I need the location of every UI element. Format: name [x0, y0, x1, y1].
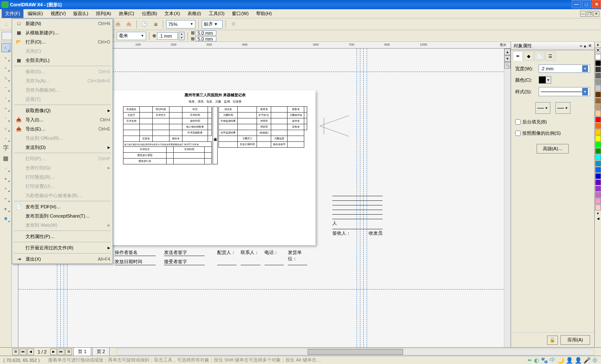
- lock-button[interactable]: 🔒: [547, 336, 558, 345]
- menu-item[interactable]: 打印设置(U)…: [12, 182, 113, 191]
- advanced-button[interactable]: 高级(A)…: [537, 144, 569, 154]
- menu-item[interactable]: 打印预览(R)…: [12, 172, 113, 182]
- export-icon[interactable]: 📤: [124, 20, 134, 29]
- menu-item[interactable]: 打开最近用过的文件(R) ▶: [12, 243, 113, 252]
- horizontal-scrollbar[interactable]: [116, 349, 594, 355]
- tray-gear-icon[interactable]: ⚙: [592, 357, 598, 364]
- first-page-icon[interactable]: ⏮: [20, 349, 26, 355]
- menu-table[interactable]: 表格(I): [184, 9, 204, 18]
- color-swatch[interactable]: [595, 161, 601, 167]
- color-swatch[interactable]: [595, 85, 601, 91]
- menu-effects[interactable]: 效果(C): [116, 9, 138, 18]
- menu-layout[interactable]: 版面(L): [70, 9, 91, 18]
- menu-item[interactable]: 发布到 Web(W) ▶: [12, 220, 113, 230]
- menu-tools[interactable]: 工具(O): [205, 9, 228, 18]
- menu-item[interactable]: 📤 导出(E)… Ctrl+E: [12, 124, 113, 133]
- scroll-down-icon[interactable]: ▼: [504, 55, 511, 62]
- apply-button[interactable]: 应用(A): [560, 335, 590, 345]
- color-swatch[interactable]: [595, 110, 601, 116]
- maximize-button[interactable]: □: [582, 0, 591, 8]
- add-page-after-icon[interactable]: ⊞: [65, 349, 72, 355]
- color-swatch[interactable]: ▼: [539, 76, 551, 84]
- color-swatch[interactable]: [595, 117, 601, 123]
- tray-paw-icon[interactable]: 🐾: [541, 357, 548, 364]
- add-page-icon[interactable]: ⊞: [12, 349, 19, 355]
- menu-text[interactable]: 文本(X): [161, 9, 183, 18]
- nudge-spinner[interactable]: ▲▼: [179, 32, 185, 40]
- rectangle-tool[interactable]: ▭: [1, 103, 10, 113]
- color-swatch[interactable]: [595, 198, 601, 204]
- connector-tool[interactable]: ◈: [1, 174, 10, 183]
- prev-page-icon[interactable]: ◀: [27, 349, 34, 355]
- outline-tab[interactable]: ✒: [513, 51, 523, 61]
- menu-item[interactable]: 还原(T): [12, 95, 113, 104]
- close-button[interactable]: ✕: [592, 0, 601, 8]
- panel-close-icon[interactable]: ✕: [588, 43, 592, 49]
- color-swatch[interactable]: [595, 186, 601, 192]
- menu-arrange[interactable]: 排列(A): [92, 9, 115, 18]
- menu-bitmap[interactable]: 位图(B): [139, 9, 161, 18]
- behind-fill-checkbox[interactable]: [515, 119, 521, 125]
- color-swatch[interactable]: [595, 73, 601, 79]
- zoom-combo[interactable]: 75%▼: [166, 20, 195, 28]
- unit-combo[interactable]: 毫米▼: [117, 32, 146, 40]
- menu-item[interactable]: 关闭(C): [12, 46, 113, 56]
- monitor-icon[interactable]: 🖥: [151, 20, 160, 29]
- ellipse-tool[interactable]: ○: [1, 113, 10, 123]
- menu-window[interactable]: 窗口(W): [229, 9, 252, 18]
- fill-tab[interactable]: ◆: [524, 51, 534, 61]
- color-swatch[interactable]: [595, 148, 601, 154]
- color-swatch[interactable]: [595, 98, 601, 104]
- color-swatch[interactable]: [595, 54, 601, 60]
- menu-item[interactable]: ▦ 全部关闭(L): [12, 56, 113, 65]
- last-page-icon[interactable]: ⏭: [58, 349, 64, 355]
- minimize-button[interactable]: —: [572, 0, 581, 8]
- color-swatch[interactable]: [595, 129, 601, 135]
- table-tool[interactable]: ▦: [1, 154, 10, 163]
- panel-menu-icon[interactable]: »: [580, 43, 582, 49]
- list-tab[interactable]: ☰: [545, 51, 555, 61]
- color-swatch[interactable]: [595, 123, 601, 129]
- next-page-icon[interactable]: ▶: [50, 349, 57, 355]
- menu-item[interactable]: 为彩色输出中心做准备(B)…: [12, 191, 113, 200]
- scale-checkbox[interactable]: [515, 131, 521, 136]
- dimension-tool[interactable]: ⟋: [1, 164, 10, 173]
- smart-tool[interactable]: ✧: [1, 93, 10, 103]
- eyedropper-tool[interactable]: ✎: [1, 184, 10, 193]
- guide-line[interactable]: [18, 289, 504, 290]
- no-color[interactable]: ✕: [595, 47, 601, 53]
- tray-person-icon[interactable]: 👤: [566, 357, 573, 364]
- menu-item[interactable]: 获取图像(Q) ▶: [12, 106, 113, 115]
- mdi-close[interactable]: ✕: [593, 11, 599, 17]
- color-swatch[interactable]: [595, 104, 601, 110]
- options-icon[interactable]: ⚙: [229, 20, 238, 29]
- panel-pin-icon[interactable]: ▴: [584, 43, 586, 49]
- menu-item[interactable]: 发送到(D) ▶: [12, 143, 113, 152]
- zoom-tool[interactable]: 🔍: [1, 73, 10, 82]
- color-swatch[interactable]: [595, 79, 601, 85]
- tray-pen-icon[interactable]: ✒: [527, 357, 532, 364]
- menu-item[interactable]: ▦ 从模板新建(F)…: [12, 28, 113, 37]
- menu-item[interactable]: 保存(S)… Ctrl+S: [12, 67, 113, 76]
- color-swatch[interactable]: [595, 179, 601, 185]
- shape-tool[interactable]: ✎: [1, 53, 10, 62]
- tray-mic-icon[interactable]: 🎤: [583, 357, 591, 364]
- dup-x[interactable]: 5.0 mm: [195, 31, 216, 36]
- palette-up-icon[interactable]: ▲: [595, 42, 601, 47]
- outline-tool[interactable]: ✒: [1, 194, 10, 203]
- zoom-page-icon[interactable]: 🔍: [504, 62, 511, 69]
- menu-item[interactable]: 📂 打开(O)… Ctrl+O: [12, 37, 113, 46]
- menu-item[interactable]: 打印(P)… Ctrl+P: [12, 154, 113, 163]
- start-cap[interactable]: — ▼: [535, 102, 550, 114]
- color-swatch[interactable]: [595, 192, 601, 198]
- end-cap[interactable]: — ▼: [555, 102, 570, 114]
- color-swatch[interactable]: [595, 205, 601, 210]
- palette-menu-icon[interactable]: ◀: [595, 216, 601, 221]
- menu-item[interactable]: 📥 导入(I)… Ctrl+I: [12, 115, 113, 124]
- time-icon[interactable]: 🕐: [140, 20, 149, 29]
- freehand-tool[interactable]: 〰: [1, 83, 10, 92]
- menu-view[interactable]: 视图(V): [47, 9, 69, 18]
- menu-item[interactable]: 文档属性(P)…: [12, 232, 113, 241]
- fill-tool[interactable]: ◐: [1, 204, 10, 213]
- color-swatch[interactable]: [595, 67, 601, 72]
